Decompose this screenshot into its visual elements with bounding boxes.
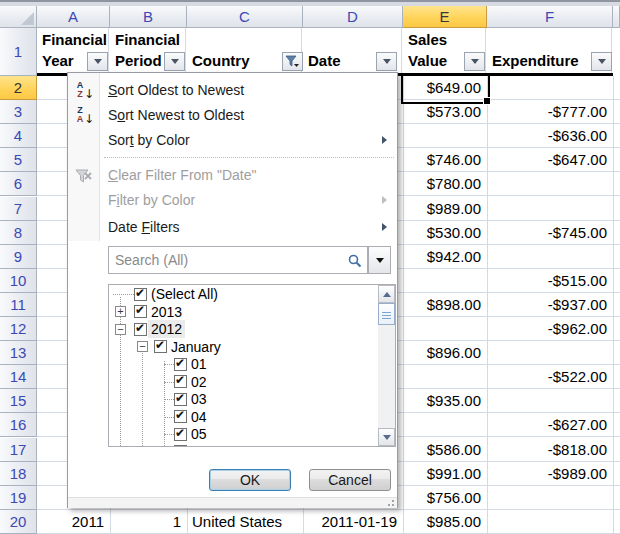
- tree-item-january[interactable]: January: [168, 338, 224, 356]
- cell-F3[interactable]: -$777.00: [487, 100, 612, 124]
- checkbox-02[interactable]: ✔: [174, 375, 187, 388]
- row-header-11[interactable]: 11: [0, 293, 37, 317]
- tree-item-03[interactable]: 03: [188, 390, 210, 408]
- row-header-17[interactable]: 17: [0, 438, 37, 462]
- tree-item-06[interactable]: 06: [188, 443, 210, 448]
- checkbox-04[interactable]: ✔: [174, 410, 187, 423]
- checkbox-2013[interactable]: ✔: [134, 305, 147, 318]
- row-header-14[interactable]: 14: [0, 365, 37, 389]
- tree-item-2012[interactable]: 2012: [148, 320, 185, 338]
- scroll-up-button[interactable]: [378, 285, 395, 303]
- checkbox-03[interactable]: ✔: [174, 393, 187, 406]
- scrollbar-thumb[interactable]: [378, 303, 395, 325]
- row-header-20[interactable]: 20: [0, 510, 37, 534]
- row-header-6[interactable]: 6: [0, 172, 37, 196]
- column-header-c[interactable]: C: [187, 6, 303, 28]
- cell-F11[interactable]: -$937.00: [487, 293, 612, 317]
- cell-F14[interactable]: -$522.00: [487, 365, 612, 389]
- column-header-d[interactable]: D: [303, 6, 403, 28]
- row-header-5[interactable]: 5: [0, 148, 37, 172]
- tree-item-04[interactable]: 04: [188, 408, 210, 426]
- filter-button-f[interactable]: [591, 52, 612, 71]
- tree-item-02[interactable]: 02: [188, 373, 210, 391]
- menu-item-sort-newest-to-oldest[interactable]: Sort Newest to OldestZA↓: [68, 103, 397, 128]
- column-header-b[interactable]: B: [110, 6, 187, 28]
- cell-E7[interactable]: $989.00: [403, 197, 486, 221]
- row-header-10[interactable]: 10: [0, 269, 37, 293]
- cell-E6[interactable]: $780.00: [403, 172, 486, 196]
- tree-item-05[interactable]: 05: [188, 425, 210, 443]
- row-header-15[interactable]: 15: [0, 389, 37, 413]
- cell-F4[interactable]: -$636.00: [487, 124, 612, 148]
- cell-E5[interactable]: $746.00: [403, 148, 486, 172]
- menu-item-date-filters[interactable]: Date Filters: [68, 215, 397, 240]
- row-header-4[interactable]: 4: [0, 124, 37, 148]
- filter-button-d[interactable]: [376, 52, 397, 71]
- cell-E15[interactable]: $935.00: [403, 389, 486, 413]
- cell-F8[interactable]: -$745.00: [487, 221, 612, 245]
- tree-scrollbar[interactable]: [378, 285, 395, 446]
- tree-item-2013[interactable]: 2013: [148, 303, 185, 321]
- filter-button-a[interactable]: [87, 52, 108, 71]
- cell-C20[interactable]: United States: [187, 510, 302, 534]
- select-all-corner[interactable]: [0, 6, 37, 28]
- filter-button-b[interactable]: [164, 52, 185, 71]
- cell-E11[interactable]: $898.00: [403, 293, 486, 317]
- cell-B20[interactable]: 1: [110, 510, 186, 534]
- cell-E19[interactable]: $756.00: [403, 486, 486, 510]
- cell-A20[interactable]: 2011: [37, 510, 109, 534]
- column-header-partial[interactable]: [613, 6, 620, 28]
- cell-F12[interactable]: -$962.00: [487, 317, 612, 341]
- cell-E18[interactable]: $991.00: [403, 462, 486, 486]
- row-header-7[interactable]: 7: [0, 197, 37, 221]
- row-header-8[interactable]: 8: [0, 221, 37, 245]
- fill-handle[interactable]: [483, 97, 491, 105]
- expand-plus-icon[interactable]: +: [115, 306, 126, 317]
- filter-button-c[interactable]: [282, 52, 303, 71]
- row-header-9[interactable]: 9: [0, 245, 37, 269]
- collapse-minus-icon[interactable]: −: [137, 341, 148, 352]
- ok-button[interactable]: OK: [209, 469, 291, 491]
- cell-E13[interactable]: $896.00: [403, 341, 486, 365]
- menu-item-sort-oldest-to-newest[interactable]: Sort Oldest to NewestAZ↓: [68, 78, 397, 103]
- tree-item-01[interactable]: 01: [188, 355, 210, 373]
- checkbox-05[interactable]: ✔: [174, 428, 187, 441]
- collapse-minus-icon[interactable]: −: [115, 324, 126, 335]
- column-header-a[interactable]: A: [37, 6, 110, 28]
- check-mark-icon: ✔: [175, 408, 185, 422]
- row-header-19[interactable]: 19: [0, 486, 37, 510]
- scroll-down-button[interactable]: [378, 428, 395, 446]
- row-header-18[interactable]: 18: [0, 462, 37, 486]
- checkbox-01[interactable]: ✔: [174, 358, 187, 371]
- cell-F5[interactable]: -$647.00: [487, 148, 612, 172]
- checkbox-2012[interactable]: ✔: [134, 323, 147, 336]
- row-header-12[interactable]: 12: [0, 317, 37, 341]
- resize-grip[interactable]: [392, 504, 394, 506]
- search-dropdown-button[interactable]: [368, 246, 391, 274]
- cell-F16[interactable]: -$627.00: [487, 413, 612, 437]
- row-header-1[interactable]: 1: [0, 28, 37, 76]
- row-header-13[interactable]: 13: [0, 341, 37, 365]
- row-header-2[interactable]: 2: [0, 76, 37, 100]
- checkbox-january[interactable]: ✔: [154, 340, 167, 353]
- cell-F17[interactable]: -$818.00: [487, 438, 612, 462]
- cell-E20[interactable]: $985.00: [403, 510, 486, 534]
- checkbox-06[interactable]: ✔: [174, 445, 187, 447]
- search-input[interactable]: [109, 247, 367, 273]
- menu-item-sort-by-color[interactable]: Sort by Color: [68, 128, 397, 153]
- cancel-button[interactable]: Cancel: [309, 469, 391, 491]
- filter-search-box[interactable]: [108, 246, 368, 274]
- cell-F10[interactable]: -$515.00: [487, 269, 612, 293]
- cell-D20[interactable]: 2011-01-19: [303, 510, 402, 534]
- checkbox-select-all[interactable]: ✔: [134, 288, 147, 301]
- cell-E9[interactable]: $942.00: [403, 245, 486, 269]
- column-header-e[interactable]: E: [403, 6, 487, 28]
- column-header-f[interactable]: F: [487, 6, 613, 28]
- row-header-3[interactable]: 3: [0, 100, 37, 124]
- cell-F18[interactable]: -$989.00: [487, 462, 612, 486]
- filter-button-e[interactable]: [464, 52, 485, 71]
- row-header-16[interactable]: 16: [0, 413, 37, 437]
- cell-E17[interactable]: $586.00: [403, 438, 486, 462]
- cell-E8[interactable]: $530.00: [403, 221, 486, 245]
- tree-item-select-all[interactable]: (Select All): [148, 285, 221, 303]
